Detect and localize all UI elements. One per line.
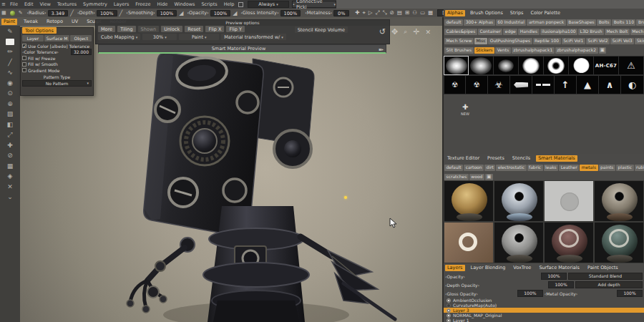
menu-item[interactable]: Textures xyxy=(57,1,77,7)
material-category[interactable]: Leather xyxy=(559,165,579,171)
alpha-category[interactable]: Stickers xyxy=(474,47,495,54)
curve-tool-icon[interactable]: ∿ xyxy=(7,69,13,76)
material-category[interactable]: plastic xyxy=(616,165,634,171)
grid-icon[interactable]: ▦ xyxy=(1,9,6,16)
falloff-curve-icon[interactable]: ◢ xyxy=(233,10,237,16)
alpha-category[interactable]: Bolts xyxy=(597,19,611,26)
move-icon[interactable]: ✚ xyxy=(355,9,359,16)
material-thumb-dark-maroon[interactable] xyxy=(544,222,594,263)
layers-panel-tab[interactable]: VoxTree xyxy=(511,265,533,271)
delete-tool-icon[interactable]: ✕ xyxy=(7,183,13,190)
room-tab[interactable]: Tweak xyxy=(21,19,40,25)
alpha-category[interactable]: SciFi Vol1 xyxy=(562,38,585,44)
clone-tool-icon[interactable]: ⊕ xyxy=(7,100,13,107)
alpha-category[interactable]: Vents xyxy=(495,47,511,54)
erase-tool-icon[interactable]: ⊘ xyxy=(7,152,13,159)
depth-opacity-value-field[interactable]: 100% xyxy=(548,281,574,288)
menu-item[interactable]: View xyxy=(39,1,50,7)
alpha-category[interactable]: Mech Bolt xyxy=(605,29,630,35)
radius-control[interactable]: ‹Radius› 3.349 xyxy=(26,10,69,16)
mapping-dropdown[interactable]: Cube Mapping▾ xyxy=(98,34,140,40)
person-view-icon[interactable]: ⚇ xyxy=(412,9,417,16)
material-thumb-flat-gray-selected[interactable] xyxy=(544,180,594,222)
material-thumb-worn-metal[interactable] xyxy=(594,180,644,222)
alpha-thumb-warning-triangle[interactable]: ⚠ xyxy=(619,56,644,75)
material-thumb-rust-ring[interactable] xyxy=(444,222,494,263)
alpha-category[interactable]: Handles xyxy=(518,29,539,35)
preview-button[interactable]: Reset xyxy=(185,26,203,32)
paint-mode-dropdown[interactable]: Paint▾ xyxy=(179,34,219,40)
airbrush-tool-icon[interactable]: ◉ xyxy=(7,79,13,87)
alpha-category[interactable]: OutPushingShapes xyxy=(488,38,532,44)
metal-opacity-value-field[interactable]: 100% xyxy=(617,290,643,297)
layer-row-layer3-selected[interactable]: Layer 3 xyxy=(444,308,644,313)
menu-item[interactable]: Symmetry xyxy=(83,1,107,7)
menu-item[interactable]: Hide xyxy=(157,1,168,7)
alpha-category[interactable]: Slit Brushes xyxy=(444,47,474,54)
right-panel-tab[interactable]: Color Palette xyxy=(528,10,562,16)
alpha-category[interactable]: Brushes xyxy=(636,19,644,26)
fill-smooth-row[interactable]: Fill w/ Smooth xyxy=(22,62,92,68)
material-category[interactable]: fabric xyxy=(527,165,543,171)
collapse-icon[interactable]: ▪▸ xyxy=(379,47,384,52)
alpha-category[interactable]: zbrushalphapack1 xyxy=(512,47,555,54)
preview-button[interactable]: Tiling xyxy=(117,26,135,32)
menubar-checkbox[interactable] xyxy=(238,2,243,7)
wireframe-icon[interactable]: ▤ xyxy=(397,9,402,16)
layers-panel-tab[interactable]: Layers xyxy=(445,265,465,271)
transform-tool-icon[interactable]: ⤢ xyxy=(7,131,12,138)
always-dropdown[interactable]: Always▾ xyxy=(248,1,289,8)
alpha-thumb-disc[interactable] xyxy=(569,56,594,75)
visibility-eye-icon[interactable] xyxy=(447,298,451,303)
alpha-thumb-moon[interactable]: ◐ xyxy=(621,75,644,94)
magnifier-icon[interactable]: ⌕ xyxy=(404,28,407,36)
folder-icon[interactable]: ▣ xyxy=(485,174,493,180)
material-category[interactable]: dirt xyxy=(484,165,495,171)
checkbox-icon[interactable] xyxy=(22,56,26,60)
alpha-category[interactable]: edge xyxy=(503,29,517,35)
checkbox-checked-icon[interactable]: ✓ xyxy=(22,44,26,48)
alpha-thumb-dashes[interactable] xyxy=(532,75,555,94)
shrink-icon[interactable]: ⤡ xyxy=(383,9,387,16)
menu-item[interactable]: Freeze xyxy=(135,1,150,7)
alpha-thumb-radiation-1[interactable]: ☢ xyxy=(444,75,466,94)
close-icon[interactable]: ✕ xyxy=(425,29,431,36)
alpha-thumb-biohazard[interactable]: ☣ xyxy=(488,75,510,94)
depth-blend-dropdown[interactable]: Add depth xyxy=(575,281,643,288)
line-tool-icon[interactable]: ╱ xyxy=(8,59,11,66)
right-panel-tab[interactable]: Strips xyxy=(508,10,526,16)
alpha-thumb-soft-round-selected[interactable] xyxy=(444,56,469,75)
visibility-eye-icon[interactable] xyxy=(447,318,451,322)
frame-icon[interactable]: ▭ xyxy=(420,9,425,16)
alpha-category[interactable]: L3D Brush xyxy=(578,29,604,35)
gloss-intensity-control[interactable]: ‹Gloss Intensity› 100% xyxy=(239,10,301,16)
menu-item[interactable]: Edit xyxy=(24,1,34,7)
fill-target-tab[interactable]: Object xyxy=(70,35,92,42)
layer-row-ambient-occlusion[interactable]: AmbientOcclusion xyxy=(444,298,644,303)
layer-row-normal-map[interactable]: NORMAL_MAP_Original xyxy=(444,313,644,318)
layers-panel-tab[interactable]: Surface Materials xyxy=(537,265,582,271)
material-category[interactable]: cartoon xyxy=(464,165,484,171)
menu-item[interactable]: Help xyxy=(224,1,235,7)
alpha-thumb-circle[interactable] xyxy=(519,56,544,75)
fill-target-tab[interactable]: Surface M xyxy=(44,35,70,42)
percent-dropdown[interactable]: 30%▾ xyxy=(142,34,177,40)
checkbox-icon[interactable] xyxy=(22,68,26,72)
use-color-row[interactable]: ✓ Use Color [albedo] Tolerance xyxy=(22,43,92,49)
texture-panel-tab[interactable]: Stencils xyxy=(510,155,532,162)
texture-panel-tab[interactable]: Texture Editor xyxy=(445,155,482,162)
material-category[interactable]: leaks xyxy=(544,165,559,171)
alpha-thumb-ahc67[interactable]: AH-C67 xyxy=(594,56,619,75)
fill-tool-icon[interactable] xyxy=(6,39,14,45)
gloss-opacity-value-field[interactable]: 100% xyxy=(517,290,543,297)
blend-mode-dropdown[interactable]: Standard Blend xyxy=(568,273,643,280)
menu-item[interactable]: Windows xyxy=(174,1,195,7)
brush-icon[interactable]: ✎ xyxy=(19,9,23,16)
room-tab[interactable]: Paint xyxy=(1,19,17,25)
menu-item[interactable]: Layers xyxy=(114,1,130,7)
room-tab[interactable]: UV xyxy=(69,19,80,25)
material-category[interactable]: metals xyxy=(580,165,597,171)
alpha-category[interactable]: SciFi Vol3 xyxy=(610,38,634,44)
app-menu-icon[interactable]: ≡ xyxy=(1,1,7,7)
folder-icon[interactable]: ▣ xyxy=(599,47,607,54)
